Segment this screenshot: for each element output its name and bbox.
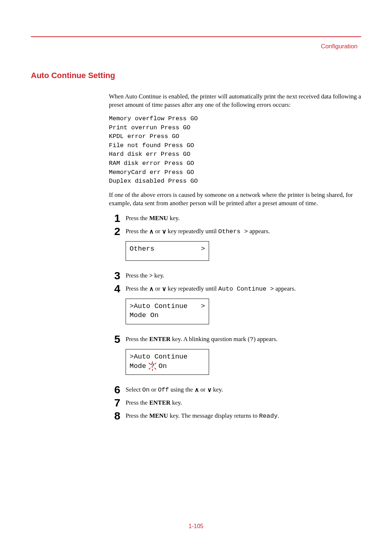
text: Press the [126, 412, 149, 419]
step-1: 1 Press the MENU key. [109, 213, 361, 224]
text: Press the [126, 228, 149, 235]
intro-paragraph: When Auto Continue is enabled, the print… [109, 93, 361, 109]
note-paragraph: If one of the above errors is caused by … [109, 191, 361, 208]
step-number: 7 [109, 397, 126, 408]
display-text-left: Others [130, 244, 154, 254]
section-heading: Auto Continue Setting [31, 71, 361, 80]
code-text: Off [158, 386, 169, 393]
top-rule [31, 36, 361, 37]
display-l2-post: On [154, 362, 167, 370]
code-text: Others > [218, 228, 248, 235]
step-body: Press the MENU key. [126, 213, 361, 223]
text: key repeatedly until [166, 228, 219, 235]
text: or [154, 285, 162, 292]
step-7: 7 Press the ENTER key. [109, 397, 361, 408]
text: Press the [126, 215, 149, 222]
text: Press the [126, 285, 149, 292]
code-text: Ready [259, 413, 278, 420]
step-number: 2 [109, 226, 126, 237]
step-6: 6 Select On or Off using the ∧ or ∨ key. [109, 384, 361, 395]
text: key. A blinking question mark ( [171, 336, 250, 343]
step-body: Press the ENTER key. [126, 397, 361, 407]
text: or [199, 386, 207, 393]
step-body: Press the ∧ or ∨ key repeatedly until Au… [126, 283, 361, 332]
page-content: Auto Continue Setting When Auto Continue… [31, 71, 361, 424]
lcd-display-auto-continue: >Auto Continue > Mode On [126, 299, 209, 324]
step-body: Press the ENTER key. A blinking question… [126, 334, 361, 382]
menu-key-label: MENU [149, 412, 168, 419]
step-number: 8 [109, 410, 126, 421]
text: Press the [126, 272, 149, 279]
step-body: Press the ∧ or ∨ key repeatedly until Ot… [126, 226, 361, 268]
lcd-display-blink: >Auto Continue Mode ? On [126, 349, 209, 375]
up-arrow-icon: ∧ [149, 285, 154, 293]
up-arrow-icon: ∧ [195, 386, 199, 394]
step-3: 3 Press the > key. [109, 270, 361, 281]
text: key. [171, 399, 182, 406]
step-2: 2 Press the ∧ or ∨ key repeatedly until … [109, 226, 361, 268]
display-text-right: > [201, 302, 205, 311]
menu-key-label: MENU [149, 215, 168, 222]
step-number: 4 [109, 283, 126, 294]
text: Press the [126, 399, 149, 406]
lcd-display-others: Others > [126, 241, 209, 261]
step-body: Press the > key. [126, 270, 361, 280]
step-number: 1 [109, 213, 126, 224]
display-text-line2: Mode On [130, 311, 205, 320]
code-text: ? [250, 336, 253, 343]
step-body: Press the MENU key. The message display … [126, 410, 361, 421]
text: key. [168, 215, 180, 222]
text: appears. [274, 285, 295, 292]
text: key. The message display returns to [168, 412, 259, 419]
text: Select [126, 386, 142, 393]
down-arrow-icon: ∨ [207, 386, 212, 394]
down-arrow-icon: ∨ [162, 228, 166, 236]
display-text-right: > [201, 244, 205, 254]
up-arrow-icon: ∧ [149, 228, 154, 236]
step-body: Select On or Off using the ∧ or ∨ key. [126, 384, 361, 394]
step-4: 4 Press the ∧ or ∨ key repeatedly until … [109, 283, 361, 332]
blink-question-mark: ? [150, 362, 154, 371]
text: key repeatedly until [166, 285, 219, 292]
body-block: When Auto Continue is enabled, the print… [109, 93, 361, 421]
text: appears. [248, 228, 270, 235]
display-text-line1: >Auto Continue [130, 352, 205, 362]
error-list: Memory overflow Press GO Print overrun P… [109, 114, 361, 186]
display-l2-pre: Mode [130, 362, 150, 370]
steps-list: 1 Press the MENU key. 2 Press the ∧ or ∨… [109, 213, 361, 421]
display-text-line2: Mode ? On [130, 362, 205, 371]
step-number: 5 [109, 334, 126, 345]
code-text: Auto Continue > [218, 285, 274, 292]
right-key-label: > [149, 272, 153, 279]
text: using the [169, 386, 194, 393]
text: key. [153, 272, 164, 279]
text: key. [212, 386, 223, 393]
enter-key-label: ENTER [149, 336, 171, 343]
text: Press the [126, 336, 149, 343]
text: ) appears. [253, 336, 277, 343]
step-5: 5 Press the ENTER key. A blinking questi… [109, 334, 361, 382]
step-number: 3 [109, 270, 126, 281]
running-header: Configuration [321, 43, 358, 50]
down-arrow-icon: ∨ [162, 285, 166, 293]
text: or [154, 228, 162, 235]
text: or [150, 386, 158, 393]
text: . [278, 412, 279, 419]
question-mark: ? [150, 362, 154, 370]
code-text: On [142, 386, 150, 393]
page-number: 1-105 [0, 523, 392, 530]
step-number: 6 [109, 384, 126, 395]
step-8: 8 Press the MENU key. The message displa… [109, 410, 361, 421]
display-text-left: >Auto Continue [130, 302, 188, 311]
enter-key-label: ENTER [149, 399, 171, 406]
